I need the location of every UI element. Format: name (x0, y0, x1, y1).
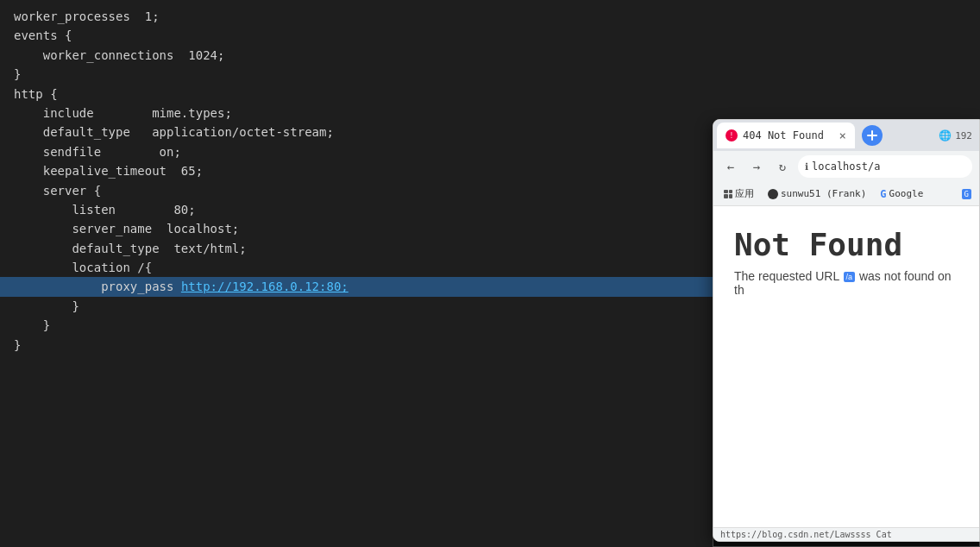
code-line: keepalive_timeout 65; (0, 161, 716, 180)
code-editor[interactable]: worker_processes 1; events { worker_conn… (0, 0, 716, 547)
browser-page-content: Not Found The requested URL /a was not f… (713, 206, 979, 527)
bookmark-apps-label: 应用 (735, 187, 754, 200)
address-text: localhost/a (812, 160, 880, 173)
forward-button[interactable]: → (746, 156, 767, 177)
bookmark-apps[interactable]: 应用 (720, 185, 757, 202)
code-line: listen 80; (0, 200, 716, 219)
code-line: server { (0, 181, 716, 200)
code-line: http { (0, 85, 716, 104)
code-line: } (0, 316, 716, 335)
code-line-highlighted: proxy_pass http://192.168.0.12:80; (0, 277, 716, 296)
code-line: worker_processes 1; (0, 7, 716, 26)
apps-grid-icon (724, 190, 732, 198)
code-line: } (0, 65, 716, 84)
browser-status-bar: https://blog.csdn.net/Lawssss Cat (713, 527, 979, 541)
code-line: default_type application/octet-stream; (0, 123, 716, 141)
info-icon: ℹ (805, 161, 808, 173)
tab-close-button[interactable]: × (839, 129, 846, 141)
browser-window[interactable]: ! 404 Not Found × 🌐 192 ← → ↻ ℹ localhos… (713, 119, 980, 542)
code-line: include mime.types; (0, 104, 716, 123)
bookmarks-bar: 应用 sunwu51 (Frank) G Google G (713, 182, 979, 206)
browser-tab-bar: ! 404 Not Found × 🌐 192 (713, 120, 979, 151)
tab-favicon-icon: ! (726, 129, 738, 141)
back-button[interactable]: ← (720, 156, 741, 177)
not-found-description: The requested URL /a was not found on th (734, 269, 958, 297)
bookmark-github-label: sunwu51 (Frank) (781, 188, 866, 199)
bookmark-google[interactable]: G Google (876, 186, 927, 202)
code-line: events { (0, 26, 716, 45)
chrome-icon: 🌐 (939, 129, 952, 141)
code-line: server_name localhost; (0, 219, 716, 238)
code-line: worker_connections 1024; (0, 46, 716, 65)
code-line: sendfile on; (0, 142, 716, 161)
bookmark-google-label: Google (889, 188, 924, 199)
code-line: default_type text/html; (0, 239, 716, 258)
translate-widget: G (961, 188, 972, 199)
not-found-heading: Not Found (734, 227, 958, 262)
translate-badge: /a (844, 272, 856, 282)
bookmark-github[interactable]: sunwu51 (Frank) (764, 186, 870, 201)
new-tab-button[interactable] (862, 125, 883, 146)
browser-nav-bar: ← → ↻ ℹ localhost/a (713, 151, 979, 182)
not-found-text-start: The requested URL (734, 269, 839, 283)
account-label: 192 (955, 130, 972, 141)
code-line: } (0, 336, 716, 355)
tab-title: 404 Not Found (743, 129, 834, 141)
reload-button[interactable]: ↻ (772, 156, 793, 177)
browser-tab-active[interactable]: ! 404 Not Found × (717, 123, 855, 148)
code-line: } (0, 297, 716, 316)
github-icon (768, 189, 778, 199)
address-bar[interactable]: ℹ localhost/a (798, 155, 972, 178)
google-icon: G (880, 188, 886, 200)
code-line: location /{ (0, 258, 716, 277)
status-url: https://blog.csdn.net/Lawssss Cat (720, 530, 892, 539)
